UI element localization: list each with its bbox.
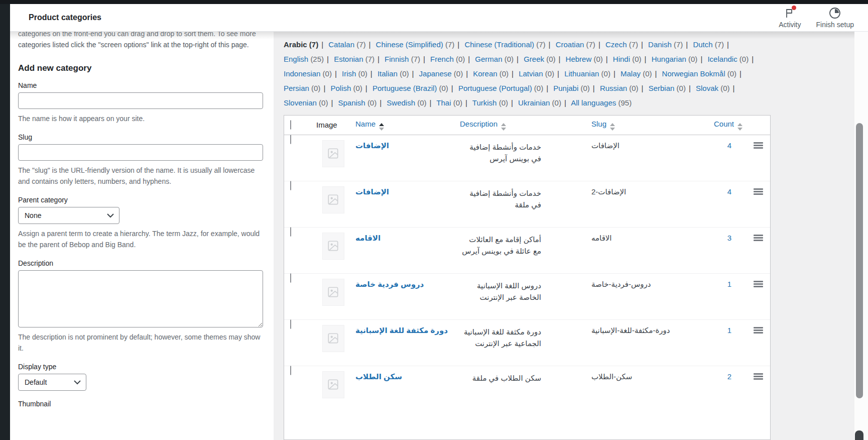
language-filter-link[interactable]: Turkish (472, 98, 497, 107)
language-count: (0) (643, 69, 652, 78)
language-filter-link[interactable]: Portuguese (Brazil) (373, 84, 437, 92)
row-drag-handle-icon[interactable] (754, 142, 763, 149)
language-filter-link[interactable]: Icelandic (707, 55, 737, 63)
language-filter-link[interactable]: Catalan (328, 40, 354, 49)
language-filter-link[interactable]: Thai (436, 98, 451, 107)
language-filter-link[interactable]: Russian (600, 84, 627, 92)
column-header-description[interactable]: Description (460, 120, 498, 128)
category-count-link[interactable]: 2 (727, 372, 731, 381)
category-name-link[interactable]: دروس فردية خاصة (355, 280, 424, 288)
finish-setup-button[interactable]: Finish setup (816, 7, 854, 29)
language-filter-link[interactable]: Greek (524, 55, 544, 63)
column-header-slug[interactable]: Slug (591, 120, 606, 128)
separator: | (451, 84, 453, 92)
language-filter-link[interactable]: Spanish (338, 98, 365, 107)
row-drag-handle-icon[interactable] (754, 373, 763, 380)
language-filter-link[interactable]: Chinese (Simplified) (376, 40, 443, 49)
separator: | (645, 55, 647, 63)
category-name-link[interactable]: الإضافات (355, 141, 389, 150)
language-filter-link[interactable]: Hebrew (566, 55, 592, 63)
language-filter-link[interactable]: Arabic (284, 40, 307, 49)
category-count-link[interactable]: 1 (727, 280, 731, 288)
category-count-link[interactable]: 4 (727, 187, 731, 196)
row-checkbox[interactable] (290, 366, 291, 375)
scrollbar-track[interactable] (854, 31, 868, 440)
row-checkbox[interactable] (290, 319, 291, 329)
product-categories-table: Image Name Description Slug Count (284, 115, 771, 440)
column-header-name[interactable]: Name (355, 120, 376, 128)
language-filter-link[interactable]: English (284, 55, 308, 63)
row-drag-handle-icon[interactable] (754, 235, 763, 241)
language-filter-link[interactable]: Croatian (556, 40, 584, 49)
language-filter-link[interactable]: Ukrainian (518, 98, 550, 107)
separator: | (323, 84, 325, 92)
display-type-select[interactable]: Default (18, 374, 86, 391)
language-filter-link[interactable]: Irish (342, 69, 356, 78)
category-name-link[interactable]: دورة مكثفة للغة الإسبانية (355, 326, 448, 335)
app-header: Product categories Activity Finish setup (10, 4, 868, 31)
language-filter-link[interactable]: Dutch (693, 40, 712, 49)
category-name-link[interactable]: سكن الطلاب (355, 372, 402, 381)
row-checkbox[interactable] (290, 227, 291, 237)
category-description: دروس اللغة الإسبانية الخاصة عبر الإنترنت (460, 280, 541, 303)
category-count-link[interactable]: 1 (727, 326, 731, 335)
language-count: (0) (500, 69, 509, 78)
language-filter: Arabic (7)| Catalan (7)| Chinese (Simpli… (284, 31, 769, 110)
language-count: (0) (534, 84, 543, 92)
language-count: (0) (439, 84, 448, 92)
language-filter-link[interactable]: Slovak (696, 84, 718, 92)
language-filter-link[interactable]: Japanese (419, 69, 452, 78)
category-description: دورة مكثفة للغة الإسبانية الجماعية عبر ا… (460, 326, 541, 349)
select-all-checkbox[interactable] (290, 120, 291, 130)
language-filter-link[interactable]: Czech (605, 40, 627, 49)
row-drag-handle-icon[interactable] (754, 281, 763, 287)
category-count-link[interactable]: 4 (727, 141, 731, 150)
description-textarea[interactable] (18, 270, 263, 327)
row-drag-handle-icon[interactable] (754, 327, 763, 334)
row-checkbox[interactable] (290, 135, 291, 144)
scrollbar-thumb[interactable] (856, 123, 863, 398)
slug-input[interactable] (18, 144, 263, 161)
separator: | (549, 40, 551, 49)
language-filter-link[interactable]: Hungarian (652, 55, 686, 63)
language-filter-link[interactable]: Danish (648, 40, 672, 49)
separator: | (557, 69, 559, 78)
category-count-link[interactable]: 3 (727, 234, 731, 242)
language-filter-link[interactable]: All languages (571, 98, 616, 107)
parent-category-select[interactable]: None (18, 207, 119, 224)
column-header-count[interactable]: Count (714, 120, 734, 128)
language-filter-link[interactable]: Estonian (334, 55, 363, 63)
activity-button[interactable]: Activity (779, 7, 801, 29)
language-filter-link[interactable]: French (430, 55, 454, 63)
language-count: (0) (546, 55, 555, 63)
language-filter-link[interactable]: Lithuanian (564, 69, 599, 78)
language-filter-link[interactable]: Slovenian (284, 98, 317, 107)
row-checkbox[interactable] (290, 181, 291, 190)
language-filter-link[interactable]: German (475, 55, 502, 63)
category-name-link[interactable]: الإضافات (355, 187, 389, 196)
separator: | (321, 40, 323, 49)
language-filter-link[interactable]: Serbian (649, 84, 675, 92)
category-name-link[interactable]: الاقامه (355, 234, 381, 242)
language-filter-link[interactable]: Chinese (Traditional) (464, 40, 534, 49)
language-filter-link[interactable]: Korean (473, 69, 497, 78)
language-filter-link[interactable]: Italian (378, 69, 398, 78)
language-filter-link[interactable]: Latvian (519, 69, 543, 78)
row-drag-handle-icon[interactable] (754, 188, 763, 195)
language-filter-link[interactable]: Polish (330, 84, 351, 92)
language-filter-link[interactable]: Swedish (387, 98, 415, 107)
language-filter-link[interactable]: Norwegian Bokmål (662, 69, 725, 78)
language-filter-link[interactable]: Malay (621, 69, 641, 78)
name-input[interactable] (18, 92, 263, 109)
separator: | (517, 55, 519, 63)
separator: | (369, 40, 371, 49)
category-slug: الاقامه (591, 234, 708, 243)
language-count: (0) (323, 69, 332, 78)
language-filter-link[interactable]: Hindi (613, 55, 630, 63)
row-checkbox[interactable] (290, 273, 291, 283)
language-filter-link[interactable]: Persian (284, 84, 309, 92)
language-filter-link[interactable]: Punjabi (553, 84, 578, 92)
language-filter-link[interactable]: Indonesian (284, 69, 320, 78)
language-filter-link[interactable]: Finnish (385, 55, 409, 63)
language-filter-link[interactable]: Portuguese (Portugal) (458, 84, 532, 92)
